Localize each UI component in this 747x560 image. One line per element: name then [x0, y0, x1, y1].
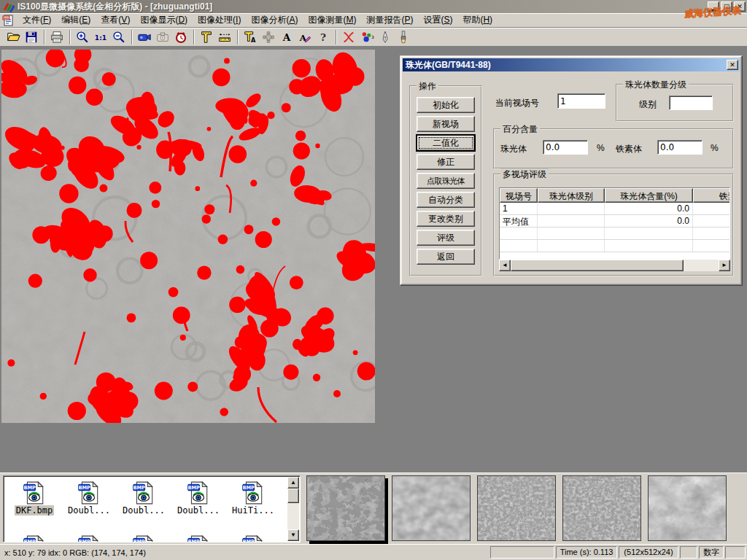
table-row[interactable] — [500, 240, 729, 252]
svg-text:1:1: 1:1 — [95, 34, 107, 41]
scroll-up-button[interactable]: ▲ — [287, 477, 299, 489]
caliper-button[interactable] — [198, 29, 215, 45]
menu-item-8[interactable]: 测量报告(P) — [361, 12, 418, 28]
file-list[interactable]: BMPDKF.bmpBMPDoubl...BMPDoubl...BMPDoubl… — [3, 475, 301, 542]
menu-item-3[interactable]: 查看(V) — [96, 12, 135, 28]
file-item-3[interactable]: BMPDoubl... — [117, 479, 170, 516]
close-button[interactable]: ✕ — [734, 1, 746, 12]
op-button-6[interactable]: 自动分类 — [417, 192, 475, 208]
menu-item-6[interactable]: 图像分析(A) — [246, 12, 303, 28]
op-button-5[interactable]: 点取珠光体 — [417, 173, 475, 189]
video-capture-button[interactable] — [136, 29, 153, 45]
table-column-header[interactable]: 视场号 — [500, 188, 538, 203]
table-row[interactable]: 10.0 — [500, 203, 729, 215]
dialog-close-button[interactable]: ✕ — [727, 60, 738, 70]
op-button-7[interactable]: 更改类别 — [417, 211, 475, 227]
scroll-right-button[interactable]: ► — [719, 260, 730, 271]
operations-group: 操作 初始化新视场二值化修正点取珠光体自动分类更改类别评级返回 — [409, 85, 482, 276]
table-horizontal-scrollbar[interactable]: ◄ ► — [499, 260, 730, 271]
file-item-partial[interactable]: BMP — [227, 533, 279, 542]
table-cell: 0.0 — [605, 203, 693, 214]
scroll-down-button[interactable]: ▼ — [287, 529, 299, 541]
pen-tool-icon — [378, 30, 392, 44]
table-row[interactable] — [500, 228, 729, 240]
document-icon[interactable]: DOC — [1, 14, 15, 27]
op-button-3[interactable]: 二值化 — [417, 135, 475, 151]
op-button-4[interactable]: 修正 — [417, 154, 475, 170]
help-button[interactable]: ? — [314, 29, 332, 45]
caliper-icon — [199, 30, 214, 44]
current-field-input[interactable] — [557, 93, 605, 109]
brush-tool-button[interactable] — [395, 29, 412, 45]
annotate-button[interactable]: A — [296, 29, 314, 45]
actual-size-button[interactable]: 1:1 — [92, 29, 109, 45]
specimen-thumbnail-4[interactable] — [562, 475, 641, 541]
zoom-in-button[interactable] — [74, 29, 91, 45]
menu-item-7[interactable]: 图像测量(M) — [303, 12, 361, 28]
op-button-8[interactable]: 评级 — [417, 230, 475, 246]
scrollbar-thumb[interactable] — [511, 260, 684, 271]
curve-tool-button[interactable] — [340, 29, 357, 45]
scrollbar-thumb[interactable] — [287, 489, 299, 503]
file-item-partial[interactable]: BMP — [63, 533, 115, 542]
level-input[interactable] — [669, 96, 713, 110]
menu-bar: DOC 文件(F)编辑(E)查看(V)图像显示(D)图像处理(I)图像分析(A)… — [0, 13, 747, 28]
svg-text:A: A — [251, 36, 256, 44]
menu-item-2[interactable]: 编辑(E) — [56, 12, 96, 28]
metallographic-image-binarized[interactable] — [1, 50, 375, 423]
text-button[interactable]: A — [278, 29, 295, 45]
menu-item-4[interactable]: 图像显示(D) — [135, 12, 193, 28]
save-button[interactable] — [23, 29, 40, 45]
file-item-1[interactable]: BMPDKF.bmp — [8, 479, 61, 516]
ferrite-percent-input[interactable] — [657, 140, 703, 155]
timer-button[interactable] — [172, 29, 190, 45]
table-column-header[interactable]: 珠光体含量(%) — [605, 188, 693, 203]
specimen-thumbnail-5[interactable] — [648, 475, 727, 541]
op-button-9[interactable]: 返回 — [417, 249, 475, 265]
file-item-2[interactable]: BMPDoubl... — [63, 479, 115, 516]
title-bar: IS100显微摄像系统(金相分析版) - [zhuguangti01] ▁ □ … — [0, 0, 747, 13]
grading-group: 珠光体数量分级 级别 — [616, 84, 734, 122]
menu-item-9[interactable]: 设置(S) — [418, 12, 457, 28]
actual-size-icon: 1:1 — [93, 30, 108, 44]
pearlite-unit: % — [597, 143, 605, 153]
table-row[interactable]: 平均值0.0 — [500, 215, 729, 228]
file-item-4[interactable]: BMPDoubl... — [172, 479, 225, 516]
bmp-file-icon: BMP — [22, 534, 47, 542]
multi-field-table[interactable]: 视场号珠光体级别珠光体含量(%)铁素体含量(%) 10.0平均值0.0 — [499, 187, 730, 260]
menu-item-10[interactable]: 帮助(H) — [457, 12, 498, 28]
pearlite-percent-input[interactable] — [543, 140, 588, 155]
specimen-thumbnail-1[interactable] — [306, 475, 385, 541]
minimize-button[interactable]: ▁ — [708, 1, 719, 12]
file-item-partial[interactable]: BMP — [8, 533, 61, 542]
table-column-header[interactable]: 珠光体级别 — [538, 188, 605, 203]
file-name: DKF.bmp — [15, 505, 55, 516]
move-cross-button[interactable] — [260, 29, 277, 45]
table-cell — [538, 240, 605, 252]
classify-balls-button[interactable]: 3 — [358, 29, 376, 45]
file-item-partial[interactable]: BMP — [172, 533, 225, 542]
zoom-out-button[interactable] — [110, 29, 128, 45]
file-list-scrollbar[interactable]: ▲ ▼ — [287, 477, 299, 541]
menu-item-5[interactable]: 图像处理(I) — [193, 12, 246, 28]
specimen-thumbnail-2[interactable] — [392, 475, 471, 541]
scroll-left-button[interactable]: ◄ — [499, 260, 511, 271]
dialog-title-bar[interactable]: 珠光体(GB/T9441-88) ✕ — [403, 58, 740, 71]
specimen-thumbnail-3[interactable] — [477, 475, 556, 541]
measure-line-button[interactable] — [216, 29, 233, 45]
snapshot-button[interactable] — [154, 29, 171, 45]
table-column-header[interactable]: 铁素体含量(%) — [693, 188, 730, 203]
open-button[interactable] — [4, 29, 22, 45]
file-item-partial[interactable]: BMP — [117, 533, 170, 542]
file-name: Doubl... — [121, 505, 166, 516]
pen-tool-button[interactable] — [376, 29, 394, 45]
svg-text:BMP: BMP — [187, 485, 200, 491]
op-button-1[interactable]: 初始化 — [417, 97, 475, 113]
measure-text-button[interactable]: A — [241, 29, 259, 45]
print-button[interactable] — [48, 29, 66, 45]
svg-text:3: 3 — [371, 34, 374, 39]
maximize-button[interactable]: □ — [721, 1, 732, 12]
op-button-2[interactable]: 新视场 — [417, 116, 475, 132]
menu-item-1[interactable]: 文件(F) — [18, 12, 56, 28]
file-item-5[interactable]: BMPHuiTi... — [227, 479, 279, 516]
